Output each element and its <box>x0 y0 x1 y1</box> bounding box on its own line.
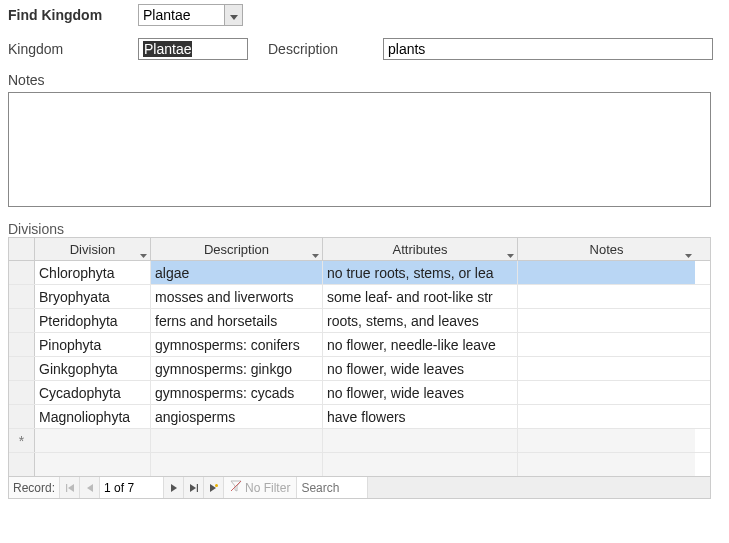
nav-last-button[interactable] <box>184 477 204 498</box>
grid-header: Division Description Attributes Notes <box>9 238 710 261</box>
cell-description[interactable]: angiosperms <box>151 405 323 428</box>
cell-description[interactable]: ferns and horsetails <box>151 309 323 332</box>
find-kingdom-value[interactable] <box>139 5 224 25</box>
find-kingdom-label: Find Kingdom <box>8 7 138 23</box>
next-record-icon <box>170 481 178 495</box>
table-row[interactable]: Pteridophyta ferns and horsetails roots,… <box>9 309 710 333</box>
cell-notes[interactable] <box>518 333 695 356</box>
row-selector[interactable] <box>9 309 35 332</box>
cell-notes[interactable] <box>518 285 695 308</box>
row-selector[interactable] <box>9 261 35 284</box>
column-header-description[interactable]: Description <box>151 238 323 260</box>
cell-notes[interactable] <box>518 309 695 332</box>
record-navigation-bar: Record: No Filter <box>8 477 711 499</box>
cell-description[interactable]: gymnosperms: cycads <box>151 381 323 404</box>
row-selector[interactable] <box>9 333 35 356</box>
kingdom-value: Plantae <box>143 41 192 57</box>
cell-division[interactable]: Pteridophyta <box>35 309 151 332</box>
new-record-marker: * <box>9 429 35 452</box>
first-record-icon <box>66 481 74 495</box>
table-row[interactable]: Bryophyata mosses and liverworts some le… <box>9 285 710 309</box>
column-header-division[interactable]: Division <box>35 238 151 260</box>
cell-division[interactable]: Pinophyta <box>35 333 151 356</box>
cell-attributes[interactable]: no true roots, stems, or lea <box>323 261 518 284</box>
cell-description[interactable]: mosses and liverworts <box>151 285 323 308</box>
column-attributes-dropdown-icon[interactable] <box>507 246 514 261</box>
cell-notes[interactable] <box>518 261 695 284</box>
cell-division[interactable]: Magnoliophyta <box>35 405 151 428</box>
nav-next-button[interactable] <box>164 477 184 498</box>
new-record-row[interactable]: * <box>9 429 710 453</box>
record-label: Record: <box>9 477 60 498</box>
kingdom-field[interactable]: Plantae <box>138 38 248 60</box>
nav-prev-button[interactable] <box>80 477 100 498</box>
column-notes-dropdown-icon[interactable] <box>685 246 692 261</box>
new-record-icon <box>210 481 218 495</box>
table-row[interactable]: Chlorophyta algae no true roots, stems, … <box>9 261 710 285</box>
nav-first-button[interactable] <box>60 477 80 498</box>
divisions-label: Divisions <box>8 221 721 237</box>
nav-new-button[interactable] <box>204 477 224 498</box>
table-row[interactable]: Ginkgophyta gymnosperms: ginkgo no flowe… <box>9 357 710 381</box>
cell-division[interactable]: Cycadophyta <box>35 381 151 404</box>
record-position[interactable] <box>100 477 164 498</box>
empty-row <box>9 453 710 477</box>
description-field[interactable] <box>383 38 713 60</box>
cell-description[interactable]: gymnosperms: conifers <box>151 333 323 356</box>
column-header-notes[interactable]: Notes <box>518 238 695 260</box>
no-filter-indicator[interactable]: No Filter <box>224 477 297 498</box>
cell-attributes[interactable]: have flowers <box>323 405 518 428</box>
table-row[interactable]: Pinophyta gymnosperms: conifers no flowe… <box>9 333 710 357</box>
notes-label: Notes <box>8 72 721 88</box>
row-selector[interactable] <box>9 357 35 380</box>
grid-select-all[interactable] <box>9 238 35 260</box>
horizontal-scrollbar[interactable] <box>367 477 710 498</box>
row-selector[interactable] <box>9 285 35 308</box>
column-description-dropdown-icon[interactable] <box>312 246 319 261</box>
cell-attributes[interactable]: no flower, wide leaves <box>323 381 518 404</box>
cell-division[interactable]: Ginkgophyta <box>35 357 151 380</box>
cell-notes[interactable] <box>518 357 695 380</box>
column-division-dropdown-icon[interactable] <box>140 246 147 261</box>
cell-notes[interactable] <box>518 381 695 404</box>
search-input[interactable] <box>297 477 367 498</box>
cell-attributes[interactable]: no flower, needle-like leave <box>323 333 518 356</box>
svg-point-0 <box>215 484 218 487</box>
table-row[interactable]: Magnoliophyta angiosperms have flowers <box>9 405 710 429</box>
filter-icon <box>230 480 242 495</box>
row-selector[interactable] <box>9 405 35 428</box>
notes-textarea[interactable] <box>8 92 711 207</box>
chevron-down-icon <box>230 7 238 23</box>
last-record-icon <box>190 481 198 495</box>
description-label: Description <box>268 41 383 57</box>
cell-division[interactable]: Chlorophyta <box>35 261 151 284</box>
cell-division[interactable]: Bryophyata <box>35 285 151 308</box>
cell-attributes[interactable]: no flower, wide leaves <box>323 357 518 380</box>
cell-description[interactable]: algae <box>151 261 323 284</box>
cell-description[interactable]: gymnosperms: ginkgo <box>151 357 323 380</box>
kingdom-label: Kingdom <box>8 41 138 57</box>
find-kingdom-dropdown-button[interactable] <box>224 5 242 25</box>
cell-attributes[interactable]: some leaf- and root-like str <box>323 285 518 308</box>
find-kingdom-combobox[interactable] <box>138 4 243 26</box>
cell-notes[interactable] <box>518 405 695 428</box>
prev-record-icon <box>86 481 94 495</box>
column-header-attributes[interactable]: Attributes <box>323 238 518 260</box>
table-row[interactable]: Cycadophyta gymnosperms: cycads no flowe… <box>9 381 710 405</box>
cell-attributes[interactable]: roots, stems, and leaves <box>323 309 518 332</box>
row-selector[interactable] <box>9 381 35 404</box>
